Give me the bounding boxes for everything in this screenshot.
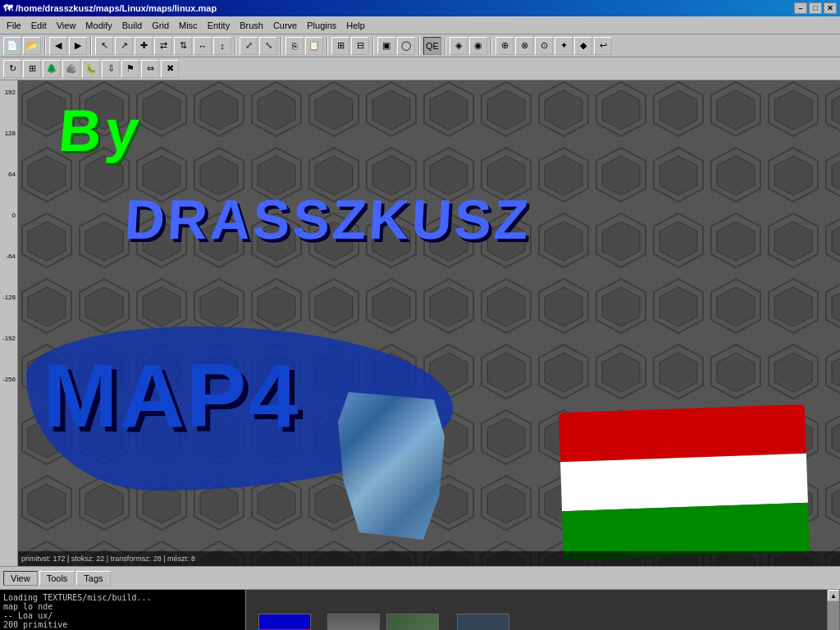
toolbar-btn-sel6[interactable]: ↔ bbox=[194, 37, 212, 55]
toolbar2-btn-flag[interactable]: ⚑ bbox=[121, 60, 139, 78]
toolbar-btn-sph[interactable]: ◯ bbox=[397, 37, 415, 55]
ruler-mark: 64 bbox=[8, 171, 16, 178]
toolbar-btn-t1[interactable]: ◈ bbox=[450, 37, 468, 55]
toolbar-btn-sel4[interactable]: ⇄ bbox=[154, 37, 172, 55]
console-line: map lo nde bbox=[3, 602, 242, 611]
graffiti-by: By bbox=[56, 97, 145, 164]
toolbar-btn-sel2[interactable]: ↗ bbox=[115, 37, 133, 55]
bottom-panel: ViewToolsTags bbox=[0, 566, 840, 589]
bottom-tab-tags[interactable]: Tags bbox=[76, 571, 110, 586]
bottom-tab-view[interactable]: View bbox=[3, 571, 38, 586]
toolbar-btn-t7[interactable]: ◆ bbox=[574, 37, 592, 55]
texture-item-sky_clouds[interactable]: sky_clouds bbox=[327, 614, 380, 630]
menu-item-plugins[interactable]: Plugins bbox=[302, 19, 341, 32]
toolbar2-btn-snap[interactable]: ⊞ bbox=[23, 60, 41, 78]
menu-item-brush[interactable]: Brush bbox=[235, 19, 268, 32]
viewport-status: primitvst: 172 | stoksz: 22 | transforms… bbox=[18, 551, 840, 566]
app-icon: 🗺 bbox=[3, 3, 12, 13]
toolbar-separator bbox=[418, 37, 420, 55]
toolbar2-btn-lr[interactable]: ⇔ bbox=[141, 60, 159, 78]
graffiti-map: MAP4 bbox=[43, 343, 300, 447]
toolbar-btn-open[interactable]: 📂 bbox=[23, 37, 41, 55]
toolbar-btn-t3[interactable]: ⊕ bbox=[495, 37, 514, 55]
toolbar-btn-move2[interactable]: ⤡ bbox=[259, 37, 277, 55]
toolbar-btn-t4[interactable]: ⊗ bbox=[515, 37, 533, 55]
toolbar-separator bbox=[326, 37, 328, 55]
texture-area: SHADER NOT FOUNDSHADER NOT FOUNDsky_clou… bbox=[246, 590, 840, 630]
ruler-mark: -192 bbox=[2, 335, 16, 342]
toolbar-btn-t2[interactable]: ◉ bbox=[469, 37, 487, 55]
texture-thumbnail bbox=[327, 614, 380, 630]
toolbar2-btn-tree[interactable]: 🌲 bbox=[43, 60, 61, 78]
toolbar-btn-next[interactable]: ▶ bbox=[69, 37, 87, 55]
flag-red-stripe bbox=[559, 404, 806, 462]
menu-item-file[interactable]: File bbox=[2, 19, 26, 32]
menu-item-build[interactable]: Build bbox=[117, 19, 147, 32]
toolbar-separator bbox=[235, 37, 236, 55]
toolbar-separator bbox=[281, 37, 282, 55]
toolbar-btn-t6[interactable]: ✦ bbox=[555, 37, 573, 55]
left-ruler: 192128640-64-128-192-256 bbox=[0, 80, 18, 566]
console-line: 200 primitive bbox=[3, 620, 242, 629]
scroll-track bbox=[828, 601, 839, 630]
toolbar1: 📄📂◀▶↖↗✚⇄⇅↔↕⤢⤡⎘📋⊞⊟▣◯QE◈◉⊕⊗⊙✦◆↩ bbox=[0, 34, 840, 57]
toolbar-btn-sel7[interactable]: ↕ bbox=[213, 37, 231, 55]
toolbar-btn-cube[interactable]: ▣ bbox=[377, 37, 395, 55]
toolbar-btn-paste[interactable]: 📋 bbox=[305, 37, 323, 55]
lower-section: Loading TEXTURES/misc/build...map lo nde… bbox=[0, 589, 840, 630]
maximize-button[interactable]: □ bbox=[809, 2, 822, 14]
texture-item-cubelight_32_blue[interactable]: cubelight_32_blue bbox=[445, 614, 521, 630]
texture-item-shader_not_found[interactable]: SHADER NOT FOUNDSHADER NOT FOUND bbox=[249, 614, 321, 630]
ruler-mark: -256 bbox=[2, 376, 16, 383]
minimize-button[interactable]: – bbox=[794, 2, 807, 14]
ruler-mark: 128 bbox=[5, 130, 16, 137]
toolbar-btn-sel5[interactable]: ⇅ bbox=[174, 37, 192, 55]
toolbar-btn-undo[interactable]: ↩ bbox=[594, 37, 612, 55]
bottom-tab-tools[interactable]: Tools bbox=[39, 571, 75, 586]
toolbar-separator bbox=[491, 37, 492, 55]
toolbar-btn-sel1[interactable]: ↖ bbox=[95, 37, 113, 55]
ruler-mark: -128 bbox=[2, 294, 16, 301]
ruler-mark: -64 bbox=[6, 253, 16, 260]
toolbar2: ↻⊞🌲🪨🐛⇩⚑⇔✖ bbox=[0, 57, 840, 80]
viewport-status-text: primitvst: 172 | stoksz: 22 | transforms… bbox=[21, 555, 195, 563]
menu-item-curve[interactable]: Curve bbox=[268, 19, 302, 32]
toolbar-separator bbox=[445, 37, 446, 55]
toolbar2-btn-bug[interactable]: 🐛 bbox=[82, 60, 100, 78]
toolbar-separator bbox=[44, 37, 46, 55]
menu-item-entity[interactable]: Entity bbox=[203, 19, 235, 32]
toolbar-btn-qe[interactable]: QE bbox=[423, 37, 441, 55]
console-line: -- Loa ux/ bbox=[3, 611, 242, 620]
toolbar2-btn-cross[interactable]: ✖ bbox=[161, 60, 179, 78]
toolbar2-btn-dl[interactable]: ⇩ bbox=[102, 60, 120, 78]
titlebar-title: /home/drasszkusz/maps/Linux/maps/linux.m… bbox=[16, 3, 217, 13]
toolbar2-btn-rock[interactable]: 🪨 bbox=[62, 60, 80, 78]
texture-scrollbar[interactable]: ▲ ▼ bbox=[827, 590, 840, 630]
toolbar-btn-move1[interactable]: ⤢ bbox=[240, 37, 258, 55]
menu-item-view[interactable]: View bbox=[52, 19, 81, 32]
toolbar2-btn-refresh[interactable]: ↻ bbox=[3, 60, 21, 78]
texture-thumbnail bbox=[457, 614, 509, 630]
ruler-mark: 0 bbox=[12, 212, 16, 219]
menu-item-edit[interactable]: Edit bbox=[26, 19, 52, 32]
toolbar-btn-grid2[interactable]: ⊟ bbox=[351, 37, 369, 55]
hungarian-flag bbox=[559, 404, 810, 560]
menu-item-misc[interactable]: Misc bbox=[174, 19, 203, 32]
menu-item-modify[interactable]: Modify bbox=[80, 19, 116, 32]
viewport: By DRASSZKUSZ MAP4 primitvst: 172 | stok… bbox=[18, 80, 840, 566]
texture-item-ter_moss1[interactable]: ter_moss1 bbox=[386, 614, 439, 630]
main-area: 192128640-64-128-192-256 By DRASSZKUS bbox=[0, 80, 840, 566]
menu-item-grid[interactable]: Grid bbox=[147, 19, 174, 32]
toolbar-btn-copy[interactable]: ⎘ bbox=[285, 37, 304, 55]
toolbar-btn-t5[interactable]: ⊙ bbox=[535, 37, 553, 55]
menu-item-help[interactable]: Help bbox=[341, 19, 370, 32]
toolbar-btn-grid1[interactable]: ⊞ bbox=[331, 37, 349, 55]
toolbar-separator bbox=[90, 37, 92, 55]
texture-thumbnail: SHADER NOT FOUND bbox=[258, 614, 311, 630]
toolbar-btn-sel3[interactable]: ✚ bbox=[135, 37, 153, 55]
close-button[interactable]: ✕ bbox=[824, 2, 837, 14]
scroll-up-button[interactable]: ▲ bbox=[828, 590, 839, 601]
menubar: FileEditViewModifyBuildGridMiscEntityBru… bbox=[0, 16, 840, 34]
toolbar-btn-prev[interactable]: ◀ bbox=[49, 37, 67, 55]
toolbar-btn-new[interactable]: 📄 bbox=[3, 37, 21, 55]
